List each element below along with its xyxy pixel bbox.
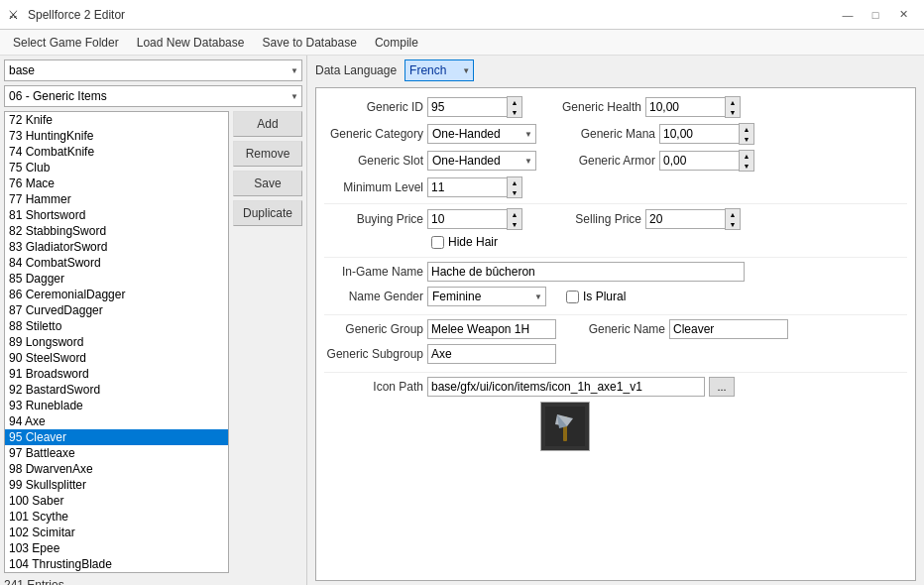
bottom-controls: 241 Entries Search Clear Search Value : (4, 577, 302, 585)
list-item[interactable]: 88 Stiletto (5, 318, 228, 334)
remove-button[interactable]: Remove (233, 141, 302, 167)
selling-price-input[interactable] (645, 209, 725, 229)
list-area: 72 Knife 73 HuntingKnife 74 CombatKnife … (4, 111, 302, 573)
minimum-level-up[interactable]: ▲ (508, 177, 521, 187)
icon-browse-button[interactable]: ... (709, 377, 735, 397)
list-item[interactable]: 85 Dagger (5, 271, 228, 287)
generic-health-up[interactable]: ▲ (726, 97, 740, 107)
is-plural-label: Is Plural (583, 290, 626, 303)
menu-select-game-folder[interactable]: Select Game Folder (4, 32, 128, 54)
add-button[interactable]: Add (233, 111, 302, 137)
list-item[interactable]: 90 SteelSword (5, 350, 228, 366)
generic-id-input[interactable] (427, 97, 507, 117)
list-item[interactable]: 99 Skullsplitter (5, 477, 228, 493)
list-item[interactable]: 102 Scimitar (5, 525, 228, 540)
list-item[interactable]: 75 Club (5, 160, 228, 176)
generic-id-up[interactable]: ▲ (508, 97, 521, 107)
generic-slot-select[interactable]: One-Handed (427, 151, 536, 171)
list-item[interactable]: 86 CeremonialDagger (5, 287, 228, 302)
generic-mana-spinner-btns: ▲ ▼ (739, 123, 754, 145)
generic-id-spinner: ▲ ▼ (427, 96, 522, 118)
list-item[interactable]: 101 Scythe (5, 509, 228, 525)
left-panel: base 06 - Generic Items 72 Knife 73 Hunt… (0, 56, 307, 585)
generic-armor-input[interactable] (659, 151, 739, 171)
generic-name-input[interactable] (669, 319, 788, 339)
list-item[interactable]: 73 HuntingKnife (5, 128, 228, 144)
name-gender-select[interactable]: Feminine Masculine Neutral (427, 287, 546, 306)
list-item[interactable]: 98 DwarvenAxe (5, 461, 228, 477)
generic-slot-combo: One-Handed (427, 151, 536, 171)
generic-armor-down[interactable]: ▼ (740, 161, 753, 171)
list-item[interactable]: 77 Hammer (5, 191, 228, 207)
list-item-selected[interactable]: 95 Cleaver (5, 429, 228, 445)
minimum-level-input[interactable] (427, 177, 507, 197)
list-item[interactable]: 94 Axe (5, 413, 228, 429)
icon-path-input[interactable] (427, 377, 705, 397)
minimum-level-label: Minimum Level (324, 180, 423, 194)
is-plural-row: Is Plural (566, 290, 626, 303)
titlebar-left: ⚔ Spellforce 2 Editor (8, 8, 125, 22)
hide-hair-checkbox[interactable] (431, 236, 444, 249)
selling-price-spinner: ▲ ▼ (645, 208, 741, 230)
list-item[interactable]: 100 Saber (5, 493, 228, 509)
generic-category-combo: One-Handed (427, 124, 536, 144)
generic-id-down[interactable]: ▼ (508, 107, 521, 117)
generic-health-down[interactable]: ▼ (726, 107, 740, 117)
buying-price-down[interactable]: ▼ (508, 219, 521, 229)
generic-subgroup-label: Generic Subgroup (324, 347, 423, 361)
list-item[interactable]: 72 Knife (5, 112, 228, 128)
generic-id-row: Generic ID ▲ ▼ (324, 96, 522, 118)
list-item[interactable]: 74 CombatKnife (5, 144, 228, 160)
name-gender-row: Name Gender Feminine Masculine Neutral (324, 287, 546, 306)
selling-price-down[interactable]: ▼ (726, 219, 740, 229)
list-item[interactable]: 103 Epee (5, 540, 228, 556)
menu-compile[interactable]: Compile (366, 32, 427, 54)
item-list[interactable]: 72 Knife 73 HuntingKnife 74 CombatKnife … (4, 111, 229, 573)
generic-mana-down[interactable]: ▼ (740, 134, 753, 144)
main-content: base 06 - Generic Items 72 Knife 73 Hunt… (0, 56, 924, 585)
buying-price-input[interactable] (427, 209, 507, 229)
category-select[interactable]: 06 - Generic Items (4, 85, 302, 107)
generic-mana-input[interactable] (659, 124, 739, 144)
list-item[interactable]: 87 CurvedDagger (5, 302, 228, 318)
list-item[interactable]: 92 BastardSword (5, 382, 228, 398)
duplicate-button[interactable]: Duplicate (233, 200, 302, 226)
list-item[interactable]: 83 GladiatorSword (5, 239, 228, 255)
minimize-button[interactable]: — (835, 5, 861, 25)
buying-price-spinner: ▲ ▼ (427, 208, 522, 230)
buying-price-up[interactable]: ▲ (508, 209, 521, 219)
language-row: Data Language French English German (315, 59, 916, 81)
maximize-button[interactable]: □ (863, 5, 888, 25)
menu-load-new-database[interactable]: Load New Database (128, 32, 254, 54)
generic-subgroup-input[interactable] (427, 344, 556, 364)
generic-group-input[interactable] (427, 319, 556, 339)
generic-armor-up[interactable]: ▲ (740, 151, 753, 161)
generic-category-select[interactable]: One-Handed (427, 124, 536, 144)
language-select-wrap: French English German (404, 59, 474, 81)
save-button[interactable]: Save (233, 171, 302, 196)
generic-mana-up[interactable]: ▲ (740, 124, 753, 134)
buying-price-row: Buying Price ▲ ▼ (324, 208, 522, 230)
is-plural-checkbox[interactable] (566, 291, 579, 303)
list-item[interactable]: 76 Mace (5, 176, 228, 191)
list-item[interactable]: 104 ThrustingBlade (5, 556, 228, 572)
ingame-name-input[interactable] (427, 262, 745, 282)
list-item[interactable]: 81 Shortsword (5, 207, 228, 223)
close-button[interactable]: ✕ (890, 5, 916, 25)
selling-price-spinner-btns: ▲ ▼ (725, 208, 741, 230)
list-item[interactable]: 84 CombatSword (5, 255, 228, 271)
list-item[interactable]: 82 StabbingSword (5, 223, 228, 239)
ingame-name-label: In-Game Name (324, 265, 423, 279)
generic-health-input[interactable] (645, 97, 725, 117)
menu-save-to-database[interactable]: Save to Database (253, 32, 365, 54)
list-item[interactable]: 93 Runeblade (5, 398, 228, 413)
list-item[interactable]: 89 Longsword (5, 334, 228, 350)
language-select[interactable]: French English German (404, 59, 474, 81)
selling-price-up[interactable]: ▲ (726, 209, 740, 219)
generic-id-label: Generic ID (324, 100, 423, 114)
list-item[interactable]: 91 Broadsword (5, 366, 228, 382)
minimum-level-down[interactable]: ▼ (508, 187, 521, 197)
list-item[interactable]: 97 Battleaxe (5, 445, 228, 461)
database-select[interactable]: base (4, 59, 302, 81)
generic-armor-spinner-btns: ▲ ▼ (739, 150, 754, 172)
